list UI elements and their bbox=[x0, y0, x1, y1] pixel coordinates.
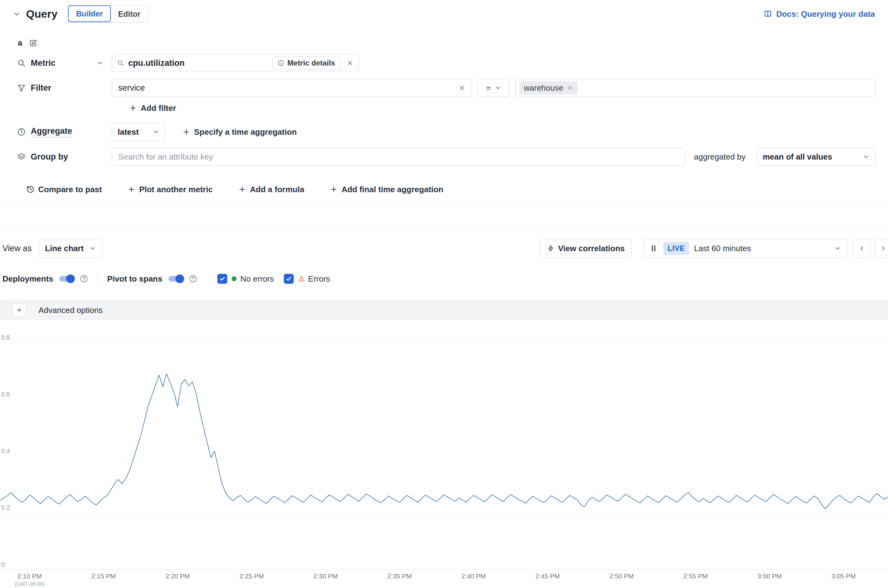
chevron-down-icon bbox=[12, 10, 21, 18]
x-axis-label: 2:20 PM bbox=[153, 573, 202, 580]
plot-another-metric-button[interactable]: Plot another metric bbox=[127, 185, 213, 194]
x-axis-label: 3:00 PM bbox=[745, 573, 795, 580]
add-formula-button[interactable]: Add a formula bbox=[238, 185, 304, 194]
query-page: Query Builder Editor Docs: Querying your… bbox=[0, 0, 888, 588]
chevron-down-icon[interactable] bbox=[834, 245, 841, 252]
filter-value-chip[interactable]: warehouse bbox=[519, 81, 578, 94]
filter-operator-value: = bbox=[486, 83, 490, 93]
time-range-control: LIVE Last 60 minutes bbox=[644, 239, 847, 258]
metric-value: cpu.utilization bbox=[128, 58, 268, 68]
collapse-query-button[interactable] bbox=[12, 10, 21, 18]
add-final-time-aggregation-button[interactable]: Add final time aggregation bbox=[330, 185, 443, 194]
filter-values-input[interactable]: warehouse bbox=[515, 79, 876, 97]
time-back-button[interactable] bbox=[853, 239, 871, 258]
clear-metric-button[interactable] bbox=[346, 60, 353, 66]
group-by-label: Group by bbox=[31, 152, 68, 162]
chevron-down-icon[interactable] bbox=[89, 245, 96, 252]
pause-icon bbox=[649, 244, 658, 253]
plus-icon bbox=[127, 185, 135, 194]
y-axis-label: 0.4 bbox=[1, 448, 10, 455]
compare-to-past-label: Compare to past bbox=[38, 185, 102, 194]
x-axis-label: 2:55 PM bbox=[670, 573, 720, 580]
deployments-help-button[interactable] bbox=[80, 274, 88, 283]
pause-live-button[interactable] bbox=[644, 244, 663, 253]
x-axis-label: 2:25 PM bbox=[226, 573, 276, 580]
chart-svg bbox=[0, 320, 888, 588]
docs-link[interactable]: Docs: Querying your data bbox=[764, 9, 875, 19]
plus-icon bbox=[182, 128, 190, 136]
x-axis-label: 2:35 PM bbox=[375, 573, 424, 580]
live-badge: LIVE bbox=[663, 242, 689, 255]
chevron-down-icon[interactable] bbox=[153, 129, 159, 135]
plus-icon bbox=[129, 104, 137, 112]
filter-operator-select[interactable]: = bbox=[477, 79, 510, 97]
metric-type-dropdown[interactable]: Metric bbox=[17, 58, 112, 68]
header: Query Builder Editor Docs: Querying your… bbox=[0, 0, 888, 28]
metric-row: Metric cpu.utilization Metric details bbox=[0, 54, 888, 72]
metric-input[interactable]: cpu.utilization Metric details bbox=[112, 54, 358, 72]
page-title: Query bbox=[26, 8, 57, 20]
help-icon bbox=[189, 274, 198, 283]
metric-details-button[interactable]: Metric details bbox=[272, 57, 340, 69]
filter-key-field[interactable] bbox=[118, 83, 457, 93]
x-axis-label: 2:45 PM bbox=[523, 573, 573, 580]
aggregate-value: latest bbox=[118, 127, 139, 137]
filter-label: Filter bbox=[31, 83, 51, 93]
advanced-options-bar: Advanced options bbox=[0, 300, 888, 320]
chevron-down-icon[interactable] bbox=[97, 60, 104, 66]
view-correlations-label: View correlations bbox=[558, 244, 625, 254]
filter-value-chip-label: warehouse bbox=[524, 83, 563, 93]
tab-builder[interactable]: Builder bbox=[68, 5, 111, 22]
y-axis-label: 0.6 bbox=[1, 391, 10, 398]
metric-details-label: Metric details bbox=[288, 58, 335, 68]
no-errors-checkbox[interactable] bbox=[218, 274, 227, 284]
time-forward-button[interactable] bbox=[874, 239, 888, 258]
advanced-options-expand-button[interactable] bbox=[12, 303, 26, 317]
errors-label: Errors bbox=[308, 274, 330, 284]
view-correlations-button[interactable]: View correlations bbox=[540, 239, 632, 258]
edit-pencil-icon bbox=[29, 39, 38, 47]
filter-key-input[interactable] bbox=[112, 79, 472, 97]
group-by-field[interactable] bbox=[118, 152, 679, 162]
clock-icon bbox=[17, 128, 26, 136]
specify-time-aggregation-button[interactable]: Specify a time aggregation bbox=[182, 127, 297, 137]
remove-filter-value-button[interactable] bbox=[567, 85, 573, 91]
rename-query-button[interactable] bbox=[29, 39, 38, 47]
chart-area: 00.20.40.60.82:10 PM2:15 PM2:20 PM2:25 P… bbox=[0, 320, 888, 588]
aggregate-select[interactable]: latest bbox=[112, 123, 165, 141]
book-icon bbox=[764, 10, 772, 18]
aggregated-by-value: mean of all values bbox=[762, 152, 832, 162]
plus-icon bbox=[330, 185, 338, 194]
view-as-value: Line chart bbox=[45, 244, 84, 254]
aggregated-by-select[interactable]: mean of all values bbox=[757, 148, 876, 166]
y-axis-label: 0 bbox=[1, 561, 4, 568]
errors-checkbox[interactable] bbox=[284, 274, 294, 284]
tab-editor[interactable]: Editor bbox=[111, 6, 148, 22]
pivot-to-spans-toggle[interactable] bbox=[169, 276, 183, 282]
plot-another-metric-label: Plot another metric bbox=[139, 185, 213, 194]
group-by-label-group: Group by bbox=[17, 152, 112, 162]
query-letter: a bbox=[18, 38, 22, 48]
time-range-value: Last 60 minutes bbox=[694, 244, 751, 254]
compare-to-past-button[interactable]: Compare to past bbox=[26, 185, 102, 194]
add-filter-button[interactable]: Add filter bbox=[129, 104, 176, 113]
aggregate-row: Aggregate latest Specify a time aggregat… bbox=[0, 123, 888, 141]
group-by-input[interactable] bbox=[112, 148, 685, 166]
view-as-label: View as bbox=[3, 244, 32, 254]
timezone-label: (GMT-08:00) bbox=[4, 581, 54, 587]
pivot-to-spans-help-button[interactable] bbox=[189, 274, 198, 283]
builder-editor-toggle: Builder Editor bbox=[68, 5, 148, 22]
filter-funnel-icon bbox=[17, 84, 26, 92]
clear-filter-key-button[interactable] bbox=[459, 84, 465, 91]
aggregate-label: Aggregate bbox=[31, 126, 72, 138]
chevron-down-icon[interactable] bbox=[863, 153, 870, 160]
add-filter-row: Add filter bbox=[0, 102, 888, 114]
info-icon bbox=[278, 60, 284, 66]
y-axis-label: 0.2 bbox=[1, 504, 10, 512]
deployments-toggle[interactable] bbox=[59, 276, 74, 282]
x-axis-label: 2:30 PM bbox=[301, 573, 351, 580]
view-as-select[interactable]: Line chart bbox=[39, 239, 102, 258]
aggregate-label-group: Aggregate bbox=[17, 126, 112, 138]
y-axis-label: 0.8 bbox=[1, 334, 10, 341]
history-icon bbox=[26, 185, 34, 194]
